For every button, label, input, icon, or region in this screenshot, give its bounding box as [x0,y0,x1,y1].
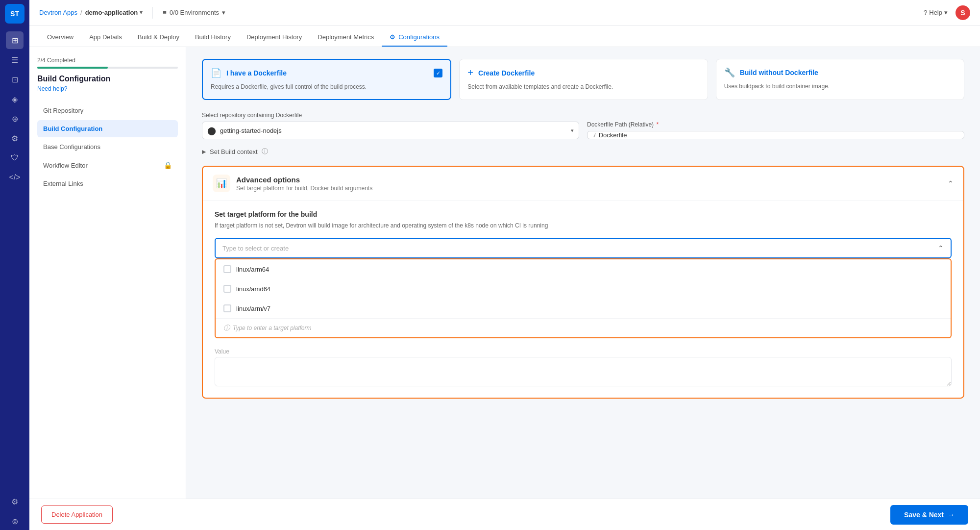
bottom-bar: Delete Application Save & Next → [29,499,980,530]
sidebar-item-build-configuration[interactable]: Build Configuration [37,120,178,137]
advanced-chevron-icon[interactable]: ⌃ [948,179,954,187]
value-section: Value [203,348,963,398]
sidebar-icon-star[interactable]: ⚙ [6,129,24,147]
env-selector[interactable]: ≡ 0/0 Environments ▾ [163,9,225,16]
tab-app-details[interactable]: App Details [81,33,129,47]
breadcrumb-app-link[interactable]: Devtron Apps [39,9,77,16]
sidebar-item-git-repository[interactable]: Git Repository [37,102,178,119]
platform-select-placeholder: Type to select or create [222,245,938,252]
platform-checkbox-arm-v7[interactable] [223,304,231,312]
progress-label: 2/4 Completed [37,57,178,64]
help-button[interactable]: ? Help ▾ [924,9,948,16]
platform-option-arm-v7[interactable]: linux/arm/v7 [216,299,951,318]
nav-tabs: Overview App Details Build & Deploy Buil… [29,25,980,47]
advanced-options-title: Advanced options [236,176,372,184]
lock-icon: 🔒 [164,161,172,169]
target-platform-desc: If target platform is not set, Devtron w… [215,221,952,230]
sidebar-icon-diamond[interactable]: ◈ [6,90,24,108]
left-panel: 2/4 Completed Build Configuration Need h… [29,47,186,530]
platform-checkbox-amd64[interactable] [223,285,231,293]
platform-select-wrapper[interactable]: Type to select or create ⌃ [215,238,952,258]
user-avatar[interactable]: S [956,5,970,20]
gear-icon: ⚙ [390,33,395,41]
sidebar-item-base-configurations[interactable]: Base Configurations [37,138,178,155]
form-row: Select repository containing Dockerfile … [202,112,964,139]
dockerfile-path-label: Dockerfile Path (Relative) * [587,121,964,128]
help-chevron-icon: ▾ [944,9,948,16]
breadcrumb: Devtron Apps / demo-application ▾ [39,9,143,16]
build-context-row[interactable]: ▶ Set Build context ⓘ [202,147,964,156]
buildpack-icon: 🔧 [724,67,735,78]
advanced-options-box: 📊 Advanced options Set target platform f… [202,166,964,399]
tab-configurations[interactable]: ⚙ Configurations [382,33,447,47]
delete-application-button[interactable]: Delete Application [41,505,113,524]
progress-bar-outer [37,67,178,69]
sidebar-item-external-links[interactable]: External Links [37,175,178,192]
build-card-dockerfile-desc: Requires a Dockerfile, gives full contro… [211,82,442,91]
tab-deployment-metrics[interactable]: Deployment Metrics [310,33,382,47]
build-card-buildpack-title: Build without Dockerfile [740,69,818,76]
main-layout: 2/4 Completed Build Configuration Need h… [29,47,980,530]
repo-form-group: Select repository containing Dockerfile … [202,112,579,139]
platform-type-hint-text: Type to enter a target platform [233,325,312,331]
platform-type-hint-icon: ⓘ [223,324,230,332]
app-logo[interactable]: ST [5,4,24,24]
sidebar-item-workflow-editor[interactable]: Workflow Editor 🔒 [37,156,178,174]
build-card-buildpack-desc: Uses buildpack to build container image. [724,82,956,91]
target-platform-title: Set target platform for the build [215,210,952,218]
platform-label-arm-v7: linux/arm/v7 [236,305,270,312]
build-card-dockerfile[interactable]: 📄 I have a Dockerfile ✓ Requires a Docke… [202,59,451,100]
breadcrumb-chevron-icon[interactable]: ▾ [140,9,143,16]
top-bar-divider [152,7,153,19]
build-context-chevron-icon: ▶ [202,149,206,155]
advanced-options-icon: 📊 [213,175,230,192]
advanced-options-header[interactable]: 📊 Advanced options Set target platform f… [203,167,963,200]
tab-build-history[interactable]: Build History [187,33,239,47]
platform-type-hint: ⓘ Type to enter a target platform [216,318,951,337]
sidebar-icon-stack[interactable]: ☰ [6,51,24,69]
content-area: 📄 I have a Dockerfile ✓ Requires a Docke… [186,47,980,530]
sidebar-menu: Git Repository Build Configuration Base … [37,102,178,192]
build-card-buildpack[interactable]: 🔧 Build without Dockerfile Uses buildpac… [716,59,964,100]
top-right: ? Help ▾ S [924,5,970,20]
github-icon: ⬤ [207,126,216,135]
platform-checkbox-arm64[interactable] [223,265,231,273]
platform-label-arm64: linux/arm64 [236,266,269,273]
env-filter-icon: ≡ [163,9,167,16]
progress-title: Build Configuration [37,75,178,83]
sidebar-icon-code[interactable]: </> [6,169,24,186]
target-platform-section: Set target platform for the build If tar… [203,200,963,348]
sidebar-icon-layers[interactable]: ⊚ [6,512,24,530]
create-dockerfile-plus-icon: + [467,67,473,78]
platform-option-arm64[interactable]: linux/arm64 [216,259,951,279]
help-circle-icon: ? [924,9,927,16]
dockerfile-check: ✓ [434,69,442,77]
sidebar-icon-grid[interactable]: ⊡ [6,71,24,88]
build-card-create-title: Create Dockerfile [478,69,535,77]
dockerfile-path-input[interactable] [599,131,959,139]
sidebar-icon-plus[interactable]: ⊕ [6,110,24,127]
required-marker: * [656,121,659,128]
tab-deployment-history[interactable]: Deployment History [239,33,310,47]
platform-option-amd64[interactable]: linux/amd64 [216,279,951,299]
save-next-button[interactable]: Save & Next → [890,505,968,525]
sidebar-icon-settings[interactable]: ⚙ [6,493,24,510]
path-prefix: ./ [592,132,596,139]
tab-build-deploy[interactable]: Build & Deploy [130,33,187,47]
repo-selector[interactable]: ⬤ getting-started-nodejs ▾ [202,122,579,139]
top-bar: Devtron Apps / demo-application ▾ ≡ 0/0 … [29,0,980,25]
sidebar-icon-shield[interactable]: 🛡 [6,149,24,167]
build-context-label: Set Build context [210,148,258,155]
tab-overview[interactable]: Overview [39,33,81,47]
left-sidebar: ST ⊞ ☰ ⊡ ◈ ⊕ ⚙ 🛡 </> ⚙ ⊚ [0,0,29,530]
value-textarea[interactable] [215,357,952,386]
breadcrumb-current: demo-application ▾ [85,9,143,16]
need-help-link[interactable]: Need help? [37,85,178,92]
progress-bar-inner [37,67,108,69]
build-card-create-dockerfile[interactable]: + Create Dockerfile Select from availabl… [459,59,708,100]
dockerfile-path-input-wrapper[interactable]: ./ [587,131,964,139]
repo-label: Select repository containing Dockerfile [202,112,579,119]
build-type-cards: 📄 I have a Dockerfile ✓ Requires a Docke… [202,59,964,100]
sidebar-icon-apps[interactable]: ⊞ [6,31,24,49]
platform-select-chevron-icon: ⌃ [938,244,944,252]
